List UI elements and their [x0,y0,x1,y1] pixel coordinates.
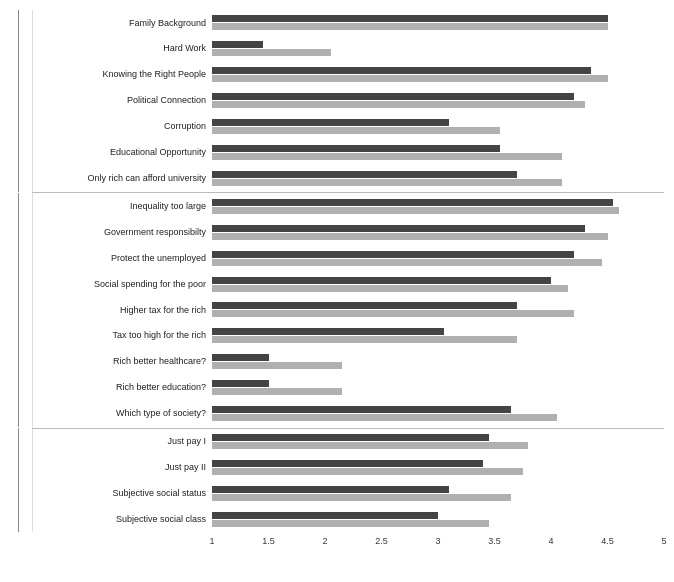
category-labels [10,10,32,552]
row-label: Just pay II [32,462,212,473]
row-label: Corruption [32,121,212,132]
bars-wrapper [212,354,664,369]
light-bar-track [212,207,664,214]
row-label: Higher tax for the rich [32,305,212,316]
light-bar [212,23,608,30]
dark-bar-track [212,406,664,413]
bars-wrapper [212,41,664,56]
row-label: Government responsibilty [32,227,212,238]
light-bar-track [212,179,664,186]
bars-wrapper [212,406,664,421]
light-bar-track [212,23,664,30]
light-bar-track [212,494,664,501]
light-bar-track [212,442,664,449]
dark-bar [212,93,574,100]
dark-bar [212,225,585,232]
table-row: Knowing the Right People [32,62,664,88]
table-row: Political Connection [32,88,664,114]
bars-wrapper [212,434,664,449]
dark-bar-track [212,434,664,441]
light-bar-track [212,153,664,160]
row-label: Protect the unemployed [32,253,212,264]
light-bar [212,362,342,369]
light-bar [212,259,602,266]
dark-bar [212,406,511,413]
row-label: Social spending for the poor [32,279,212,290]
light-bar [212,310,574,317]
row-label: Knowing the Right People [32,69,212,80]
chart-container: Family BackgroundHard WorkKnowing the Ri… [0,0,674,582]
dark-bar [212,328,444,335]
light-bar-track [212,233,664,240]
dark-bar [212,199,613,206]
bars-wrapper [212,145,664,160]
dark-bar-track [212,512,664,519]
x-axis: 11.522.533.544.55 [212,532,664,552]
table-row: Tax too high for the rich [32,323,664,349]
row-label: Rich better healthcare? [32,356,212,367]
light-bar [212,388,342,395]
table-row: Educational Opportunity [32,140,664,166]
dark-bar [212,119,449,126]
dark-bar-track [212,486,664,493]
light-bar [212,233,608,240]
light-bar-track [212,310,664,317]
dark-bar-track [212,119,664,126]
row-label: Family Background [32,18,212,29]
x-tick: 4 [548,536,553,546]
table-row: Corruption [32,114,664,140]
table-row: Just pay II [32,454,664,480]
dark-bar-track [212,171,664,178]
row-label: Inequality too large [32,201,212,212]
dark-bar-track [212,225,664,232]
table-row: Government responsibilty [32,219,664,245]
table-row: Higher tax for the rich [32,297,664,323]
row-label: Which type of society? [32,408,212,419]
dark-bar-track [212,93,664,100]
dark-bar-track [212,302,664,309]
row-label: Rich better education? [32,382,212,393]
table-row: Rich better education? [32,375,664,401]
bars-wrapper [212,171,664,186]
table-row: Rich better healthcare? [32,349,664,375]
bars-wrapper [212,15,664,30]
dark-bar [212,302,517,309]
dark-bar [212,380,269,387]
light-bar-track [212,414,664,421]
bars-wrapper [212,277,664,292]
dark-bar [212,512,438,519]
dark-bar [212,460,483,467]
table-row: Only rich can afford university [32,165,664,191]
bars-wrapper [212,225,664,240]
light-bar-track [212,285,664,292]
light-bar-track [212,127,664,134]
dark-bar [212,41,263,48]
x-tick: 5 [661,536,666,546]
table-row: Which type of society? [32,401,664,427]
row-label: Subjective social status [32,488,212,499]
light-bar-track [212,520,664,527]
dark-bar [212,277,551,284]
chart-body: Family BackgroundHard WorkKnowing the Ri… [32,10,664,552]
bars-wrapper [212,302,664,317]
light-bar-track [212,75,664,82]
bars-wrapper [212,67,664,82]
bars-wrapper [212,380,664,395]
dark-bar-track [212,15,664,22]
self-interest-bracket [18,428,32,532]
dark-bar [212,486,449,493]
bars-area: Family BackgroundHard WorkKnowing the Ri… [32,10,664,532]
row-label: Tax too high for the rich [32,330,212,341]
x-tick: 3.5 [488,536,501,546]
bars-wrapper [212,93,664,108]
dark-bar [212,251,574,258]
table-row: Inequality too large [32,192,664,219]
dark-bar [212,434,489,441]
light-bar [212,442,528,449]
x-tick: 1.5 [262,536,275,546]
table-row: Family Background [32,10,664,36]
light-bar [212,49,331,56]
light-bar [212,207,619,214]
light-bar-track [212,362,664,369]
light-bar [212,127,500,134]
